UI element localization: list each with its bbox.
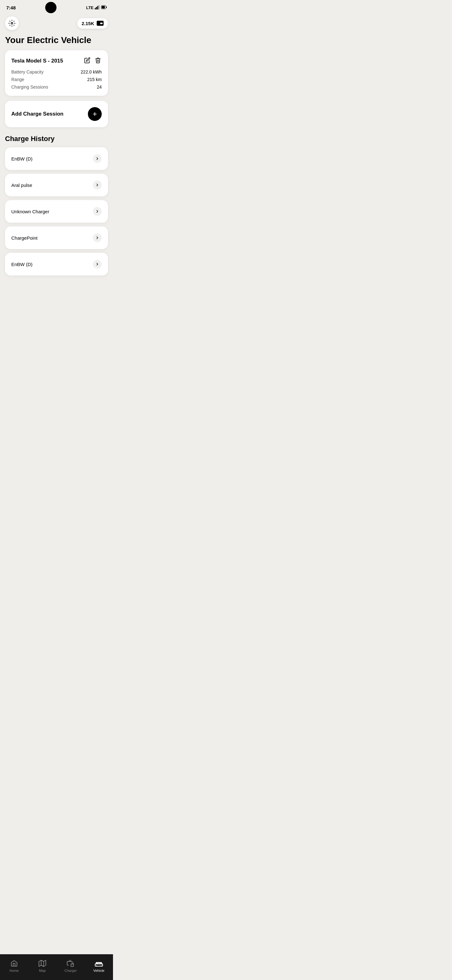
charge-history-title: Charge History bbox=[5, 135, 108, 143]
delete-vehicle-button[interactable] bbox=[94, 57, 102, 65]
charge-history-list: EnBW (D) Aral pulse Unknown Charger bbox=[5, 147, 108, 275]
plus-icon: + bbox=[93, 110, 97, 118]
list-item[interactable]: ChargePoint bbox=[5, 226, 108, 249]
svg-rect-5 bbox=[102, 6, 105, 8]
list-item[interactable]: Unknown Charger bbox=[5, 200, 108, 223]
list-item[interactable]: EnBW (D) bbox=[5, 147, 108, 170]
vehicle-card: Tesla Model S - 2015 bbox=[5, 50, 108, 96]
add-session-label: Add Charge Session bbox=[11, 111, 63, 117]
svg-rect-2 bbox=[97, 6, 98, 10]
charging-sessions-value: 24 bbox=[97, 84, 102, 89]
credit-badge[interactable]: 2.15K bbox=[77, 18, 108, 29]
chevron-right-icon bbox=[93, 233, 102, 242]
status-right: LTE bbox=[86, 5, 107, 10]
battery-capacity-row: Battery Capacity 222.0 kWh bbox=[11, 69, 102, 75]
camera-indicator bbox=[45, 2, 57, 13]
top-bar: 2.15K bbox=[0, 14, 113, 35]
svg-point-7 bbox=[11, 22, 13, 24]
settings-button[interactable] bbox=[5, 16, 19, 30]
battery-capacity-value: 222.0 kWh bbox=[81, 69, 102, 75]
lte-indicator: LTE bbox=[86, 5, 94, 10]
range-row: Range 215 km bbox=[11, 77, 102, 82]
chevron-right-icon bbox=[93, 154, 102, 163]
charge-item-name: EnBW (D) bbox=[11, 262, 33, 267]
svg-rect-1 bbox=[96, 7, 97, 10]
list-item[interactable]: EnBW (D) bbox=[5, 253, 108, 275]
charging-sessions-label: Charging Sessions bbox=[11, 84, 48, 89]
charging-sessions-row: Charging Sessions 24 bbox=[11, 84, 102, 89]
add-session-card[interactable]: Add Charge Session + bbox=[5, 101, 108, 127]
range-value: 215 km bbox=[87, 77, 102, 82]
svg-rect-3 bbox=[98, 5, 100, 10]
vehicle-actions bbox=[84, 57, 102, 65]
battery-capacity-label: Battery Capacity bbox=[11, 69, 44, 75]
charge-item-name: Unknown Charger bbox=[11, 209, 49, 214]
edit-vehicle-button[interactable] bbox=[84, 57, 91, 65]
charge-item-name: ChargePoint bbox=[11, 235, 37, 240]
vehicle-name: Tesla Model S - 2015 bbox=[11, 58, 63, 64]
vehicle-header: Tesla Model S - 2015 bbox=[11, 57, 102, 65]
credit-amount: 2.15K bbox=[82, 21, 94, 26]
chevron-right-icon bbox=[93, 181, 102, 189]
chevron-right-icon bbox=[93, 260, 102, 269]
add-session-button[interactable]: + bbox=[88, 107, 102, 121]
page-title: Your Electric Vehicle bbox=[5, 35, 108, 45]
wallet-icon bbox=[97, 21, 103, 26]
charge-item-name: EnBW (D) bbox=[11, 156, 33, 161]
status-bar: 7:48 LTE bbox=[0, 0, 113, 14]
list-item[interactable]: Aral pulse bbox=[5, 174, 108, 196]
svg-rect-0 bbox=[95, 8, 96, 10]
range-label: Range bbox=[11, 77, 24, 82]
charge-item-name: Aral pulse bbox=[11, 183, 32, 188]
status-center bbox=[45, 2, 57, 13]
bottom-spacer bbox=[5, 282, 108, 310]
signal-icon bbox=[95, 5, 100, 10]
status-time: 7:48 bbox=[6, 5, 16, 10]
svg-rect-6 bbox=[106, 6, 107, 8]
main-content: Your Electric Vehicle Tesla Model S - 20… bbox=[0, 35, 113, 310]
battery-icon bbox=[101, 5, 107, 10]
chevron-right-icon bbox=[93, 207, 102, 216]
